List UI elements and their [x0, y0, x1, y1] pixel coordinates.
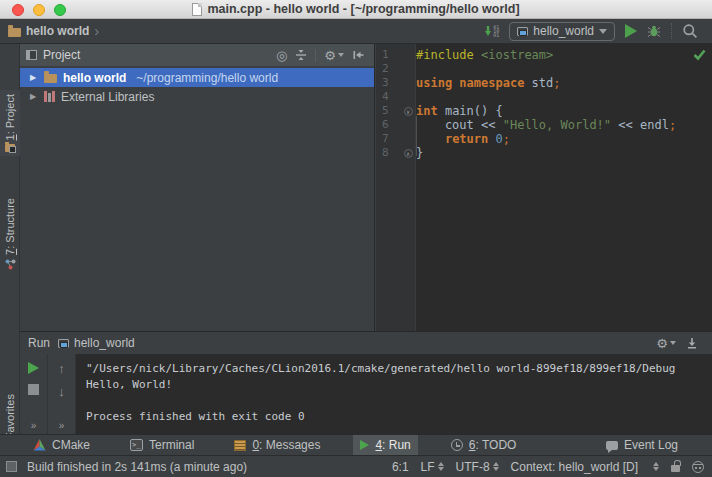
- code-token: [488, 132, 495, 146]
- library-icon: [44, 91, 55, 102]
- fold-column: [400, 62, 416, 76]
- updown-arrows-icon: [438, 462, 444, 471]
- console-line: [86, 393, 702, 409]
- update-project-button[interactable]: 011001: [484, 25, 499, 37]
- project-button-label: 1: Project: [4, 94, 16, 140]
- line-number: 4: [376, 90, 400, 104]
- run-icon: [360, 440, 369, 450]
- folder-icon: [44, 74, 57, 83]
- project-panel: Project ◎ ⚙: [20, 44, 375, 331]
- line-separator-widget[interactable]: LF: [421, 460, 444, 474]
- code-token: 0: [496, 132, 503, 146]
- line-number: 2: [376, 62, 400, 76]
- run-configuration-label: hello_world: [533, 24, 594, 38]
- lock-icon[interactable]: [671, 465, 680, 472]
- down-stacktrace-button[interactable]: ↓: [58, 385, 65, 398]
- code-token: int: [416, 104, 438, 118]
- toolwindow-button-todo[interactable]: 6: TODO: [444, 435, 524, 456]
- search-button[interactable]: [682, 23, 698, 39]
- run-console[interactable]: "/Users/nick/Library/Caches/CLion2016.1/…: [76, 354, 712, 434]
- line-number: 8: [376, 146, 400, 160]
- fold-column: ∨: [400, 104, 416, 118]
- editor-line: 4: [376, 90, 712, 104]
- fold-column: [400, 76, 416, 90]
- status-bar-widgets: 6:1 LF UTF-8 Context: hello_world [D]: [392, 460, 704, 474]
- editor-line: 3using namespace std;: [376, 76, 712, 90]
- run-panel-header: Run hello_world ⚙: [20, 332, 712, 354]
- toolwindow-button-terminal[interactable]: Terminal: [123, 435, 201, 456]
- updown-arrows-icon[interactable]: [653, 462, 659, 471]
- expand-arrow-icon[interactable]: ▶: [30, 92, 38, 101]
- hector-inspector-icon[interactable]: [692, 461, 704, 473]
- up-stacktrace-button[interactable]: ↑: [58, 362, 65, 375]
- run-tab-hello-world[interactable]: hello_world: [58, 336, 135, 350]
- caret-position-widget[interactable]: 6:1: [392, 460, 409, 474]
- zoom-window-button[interactable]: [54, 4, 66, 16]
- dock-panel-icon[interactable]: [686, 337, 698, 349]
- rerun-button[interactable]: [28, 362, 39, 374]
- app-window-icon: [58, 339, 69, 348]
- close-window-button[interactable]: [12, 4, 24, 16]
- minimize-window-button[interactable]: [33, 4, 45, 16]
- breadcrumb[interactable]: hello world ›: [0, 24, 99, 38]
- fold-open-icon[interactable]: ∨: [404, 107, 413, 116]
- code-token: #include: [416, 48, 474, 62]
- toolwindow-button-cmake[interactable]: CMake: [26, 435, 97, 456]
- editor-line: 7 return 0;: [376, 132, 712, 146]
- window-title: main.cpp - hello world - [~/programming/…: [207, 2, 519, 16]
- bug-icon: [647, 24, 661, 38]
- titlebar: main.cpp - hello world - [~/programming/…: [0, 0, 712, 19]
- code-token: std: [524, 76, 553, 90]
- code-token: << endl: [611, 118, 669, 132]
- inspection-ok-icon[interactable]: [693, 49, 706, 61]
- fold-close-icon[interactable]: ∧: [404, 149, 413, 158]
- toolwindow-switcher-icon[interactable]: [6, 461, 17, 472]
- settings-gear-button[interactable]: ⚙: [324, 49, 344, 62]
- debug-button[interactable]: [647, 24, 661, 38]
- code-token: ;: [503, 132, 510, 146]
- window-title-area: main.cpp - hello world - [~/programming/…: [0, 2, 712, 16]
- code-token: ;: [669, 118, 676, 132]
- sidebar-item-structure[interactable]: 7: Structure: [0, 194, 20, 274]
- overflow-chevron-icon[interactable]: »: [59, 420, 65, 431]
- tree-row-external-libraries[interactable]: ▶ External Libraries: [20, 87, 374, 106]
- expand-arrow-icon[interactable]: ▶: [30, 73, 38, 82]
- fold-column: [400, 118, 416, 132]
- structure-icon: [5, 259, 16, 270]
- context-widget[interactable]: Context: hello_world [D]: [511, 460, 638, 474]
- console-line: Process finished with exit code 0: [86, 409, 702, 425]
- code-text: return 0;: [416, 132, 510, 146]
- run-button[interactable]: [625, 24, 637, 38]
- project-icon: [5, 144, 15, 152]
- event-log-button[interactable]: Event Log: [606, 438, 678, 452]
- project-panel-header: Project ◎ ⚙: [20, 44, 374, 66]
- app-window-icon: [517, 27, 528, 36]
- locate-target-icon[interactable]: ◎: [276, 49, 287, 62]
- fold-column: [400, 132, 416, 146]
- overflow-chevron-icon[interactable]: »: [31, 420, 37, 431]
- hide-panel-icon[interactable]: [352, 49, 364, 61]
- tree-row-project-root[interactable]: ▶ hello world ~/programming/hello world: [20, 68, 374, 87]
- run-settings-gear-button[interactable]: ⚙: [656, 337, 676, 350]
- stop-button[interactable]: [28, 384, 39, 395]
- line-number: 3: [376, 76, 400, 90]
- code-token: "Hello, World!": [503, 118, 611, 132]
- chevron-down-icon: [599, 29, 607, 34]
- code-editor[interactable]: 1#include <iostream>23using namespace st…: [376, 44, 712, 331]
- chevron-down-icon: [338, 53, 344, 57]
- clion-window: main.cpp - hello world - [~/programming/…: [0, 0, 712, 477]
- run-toolbar-primary: »: [20, 354, 48, 434]
- sidebar-item-project[interactable]: 1: Project: [0, 90, 20, 156]
- collapse-all-icon[interactable]: [295, 49, 307, 61]
- run-panel-title: Run: [28, 336, 50, 350]
- run-configuration-select[interactable]: hello_world: [509, 22, 615, 41]
- run-toolbar-secondary: ↑ ↓ »: [48, 354, 76, 434]
- gear-icon: ⚙: [656, 337, 668, 350]
- toolwindow-button-messages[interactable]: 0: Messages: [227, 435, 327, 456]
- code-token: [416, 132, 445, 146]
- fold-column: ∧: [400, 146, 416, 160]
- editor-line: 1#include <iostream>: [376, 48, 712, 62]
- run-panel-body: » ↑ ↓ » "/Users/nick/Library/Caches/CLio…: [20, 354, 712, 434]
- encoding-widget[interactable]: UTF-8: [456, 460, 499, 474]
- toolwindow-button-run[interactable]: 4: Run: [353, 435, 417, 456]
